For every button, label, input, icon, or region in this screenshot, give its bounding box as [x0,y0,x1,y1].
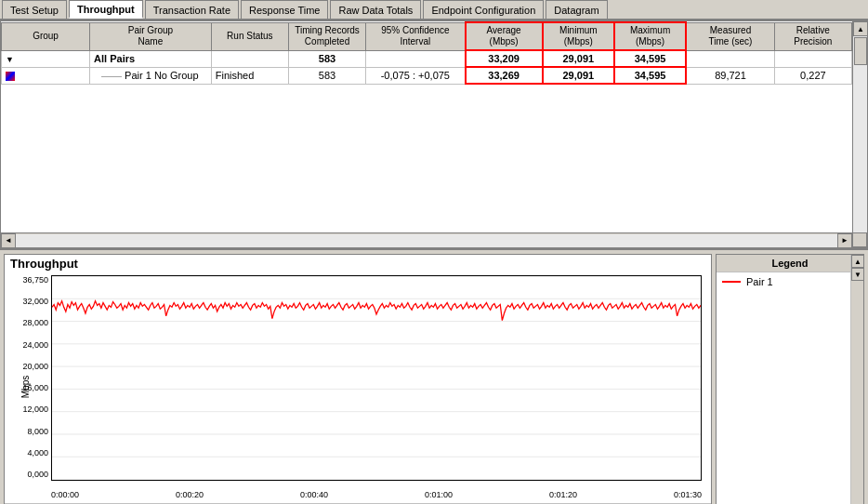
chart-svg [52,276,701,480]
x-label-0: 0:00:00 [51,490,79,499]
x-label-2: 0:00:40 [300,490,328,499]
x-label-1: 0:00:20 [176,490,204,499]
cell-average-1: 33,209 [466,50,543,67]
tab-throughput[interactable]: Throughput [69,0,143,19]
col-header-relative-precision: RelativePrecision [774,22,851,50]
col-header-confidence: 95% ConfidenceInterval [366,22,466,50]
y-label-2: 8,000 [27,427,48,436]
scroll-track-v [853,36,867,232]
cell-pair-group-1: All Pairs [90,50,212,67]
x-label-3: 0:01:00 [425,490,453,499]
cell-run-status-1 [211,50,288,67]
legend-scroll-up[interactable]: ▲ [851,255,864,268]
col-header-run-status: Run Status [211,22,288,50]
chart-inner [51,275,702,481]
legend-label: Pair 1 [746,276,773,287]
top-panel: Group Pair GroupName Run Status Timing R… [0,20,868,248]
x-label-4: 0:01:20 [549,490,577,499]
col-header-minimum: Minimum(Mbps) [543,22,614,50]
col-header-group: Group [2,22,90,50]
cell-measured-2: 89,721 [686,67,774,84]
cell-confidence-1 [366,50,466,67]
data-table: Group Pair GroupName Run Status Timing R… [1,21,852,85]
tab-raw-data-totals[interactable]: Raw Data Totals [330,0,421,19]
scroll-right-btn[interactable]: ► [837,233,852,248]
table-row: ▼ All Pairs 583 33,209 29,091 34,595 [2,50,852,67]
expand-icon[interactable]: ▼ [6,55,14,64]
x-axis: 0:00:00 0:00:20 0:00:40 0:01:00 0:01:20 … [51,490,702,499]
chart-title: Throughput [5,255,711,272]
y-label-7: 28,000 [22,318,48,327]
y-label-0: 0,000 [27,470,48,479]
table-scrollbar-v[interactable]: ▲ ▼ [852,21,867,247]
legend-title: Legend [717,255,863,272]
cell-maximum-1: 34,595 [614,50,686,67]
y-label-1: 4,000 [27,448,48,458]
y-label-9: 36,750 [22,275,48,285]
chart-area: Throughput 36,750 32,000 28,000 24,000 2… [4,254,712,504]
legend-scrollbar-v[interactable]: ▲ ▼ [850,255,863,504]
cell-run-status-2: Finished [211,67,288,84]
col-header-timing: Timing RecordsCompleted [288,22,365,50]
legend-item: Pair 1 [717,272,863,291]
table-scrollbar-h[interactable]: ◄ ► [1,232,852,247]
col-header-maximum: Maximum(Mbps) [614,22,686,50]
scroll-thumb-v[interactable] [854,37,867,65]
tab-bar: Test Setup Throughput Transaction Rate R… [0,0,868,20]
throughput-line [52,301,701,321]
cell-pair-group-2: —— Pair 1 No Group [90,67,212,84]
cell-measured-1 [686,50,774,67]
cell-maximum-2: 34,595 [614,67,686,84]
y-axis-title: Mbps [20,375,31,397]
cell-average-2: 33,269 [466,67,543,84]
x-label-5: 0:01:30 [674,490,702,499]
legend-line [722,281,741,283]
tab-endpoint-configuration[interactable]: Endpoint Configuration [423,0,544,19]
col-header-pair-group: Pair GroupName [90,22,212,50]
y-label-8: 32,000 [22,297,48,306]
table-row: —— Pair 1 No Group Finished 583 -0,075 :… [2,67,852,84]
col-header-average: Average(Mbps) [466,22,543,50]
cell-relative-2: 0,227 [774,67,851,84]
cell-group-2 [2,67,90,84]
col-header-measured-time: MeasuredTime (sec) [686,22,774,50]
legend-panel: Legend Pair 1 ▲ ▼ ◄ ► [716,254,864,504]
table-container: Group Pair GroupName Run Status Timing R… [1,21,852,247]
y-label-6: 24,000 [22,340,48,350]
tab-response-time[interactable]: Response Time [241,0,328,19]
cell-timing-1: 583 [288,50,365,67]
scroll-track-h [16,234,837,247]
cell-timing-2: 583 [288,67,365,84]
y-label-5: 20,000 [22,362,48,371]
tab-datagram[interactable]: Datagram [546,0,607,19]
cell-minimum-1: 29,091 [543,50,614,67]
cell-group-1: ▼ [2,50,90,67]
cell-minimum-2: 29,091 [543,67,614,84]
scroll-left-btn[interactable]: ◄ [1,233,16,248]
scroll-up-btn[interactable]: ▲ [853,21,868,36]
cell-confidence-2: -0,075 : +0,075 [366,67,466,84]
corner-button [852,232,867,247]
y-label-3: 12,000 [22,405,48,414]
tab-test-setup[interactable]: Test Setup [2,0,67,19]
cell-relative-1 [774,50,851,67]
tab-transaction-rate[interactable]: Transaction Rate [145,0,239,19]
pair-icon [6,72,15,81]
bottom-section: Throughput 36,750 32,000 28,000 24,000 2… [0,248,868,504]
legend-scroll-down[interactable]: ▼ [851,268,864,281]
